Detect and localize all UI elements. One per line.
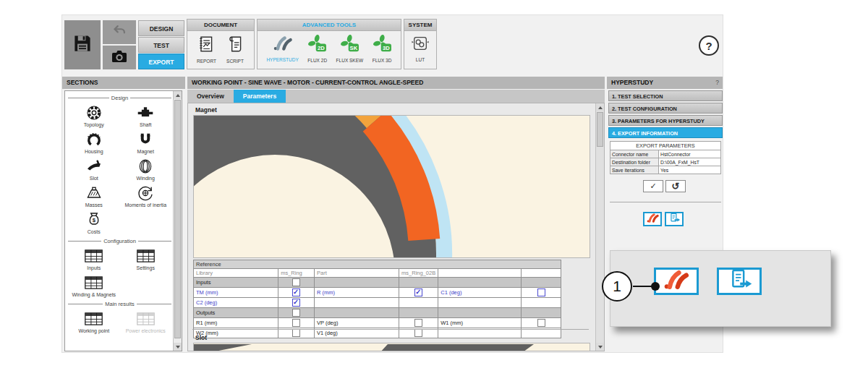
param-c1[interactable]: C1 (deg) — [438, 288, 522, 298]
help-question-glyph: ? — [705, 40, 712, 52]
export-connector-files-button[interactable] — [665, 212, 684, 226]
scroll-thumb[interactable] — [174, 100, 181, 338]
sidebar-item-costs[interactable]: $ Costs — [68, 211, 120, 234]
sidebar-item-inputs[interactable]: Inputs — [68, 247, 120, 270]
r1-checkbox[interactable] — [292, 319, 300, 327]
hyperstudy-help-icon[interactable]: ? — [715, 77, 719, 89]
reference-cell: Reference — [194, 260, 561, 269]
masses-label: Masses — [85, 202, 103, 208]
save-button[interactable] — [64, 20, 101, 69]
v1-checkbox[interactable] — [414, 329, 422, 337]
hyperstudy-logo-red-icon — [646, 213, 660, 226]
sidebar-item-slot[interactable]: Slot — [68, 158, 120, 181]
callout-connector-dot — [651, 282, 660, 291]
main-scroll-thumb[interactable] — [597, 112, 603, 147]
script-button[interactable]: SCRIPT — [226, 35, 244, 64]
group-main-results-separator: Main results — [68, 299, 171, 309]
report-button[interactable]: REPORT — [197, 35, 216, 64]
sidebar-item-topology[interactable]: Topology — [68, 104, 120, 127]
tm-checkbox[interactable] — [292, 289, 300, 296]
outputs-group-checkbox[interactable] — [292, 309, 300, 317]
parameters-table: Reference Library ms_Ring Part ms_Ring_0… — [193, 260, 561, 338]
step-test-selection[interactable]: 1. TEST SELECTION — [608, 90, 723, 101]
sidebar-item-magnet[interactable]: Magnet — [120, 131, 172, 154]
sections-scrollbar[interactable] — [173, 91, 182, 351]
power-electronics-label: Power electronics — [126, 328, 166, 333]
sidebar-item-shaft[interactable]: Shaft — [120, 104, 172, 127]
fluxskew-button[interactable]: SK FLUX SKEW — [336, 35, 364, 63]
r-checkbox[interactable] — [414, 289, 422, 296]
param-vp[interactable]: VP (deg) — [314, 318, 399, 328]
svg-text:3D: 3D — [383, 45, 390, 51]
param-tm[interactable]: TM (mm) — [194, 288, 278, 298]
report-icon — [197, 35, 216, 56]
step-export-information[interactable]: 4. EXPORT INFORMATION — [608, 127, 723, 138]
flux3d-button[interactable]: 3D FLUX 3D — [373, 35, 392, 63]
slot-label: Slot — [90, 176, 98, 181]
main-tab-bar: Overview Parameters — [187, 90, 605, 103]
w1-checkbox[interactable] — [537, 319, 545, 327]
callout-number-badge: 1 — [602, 271, 632, 302]
tab-overview[interactable]: Overview — [187, 90, 234, 103]
sidebar-item-masses[interactable]: Masses — [68, 184, 120, 208]
param-w1[interactable]: W1 (mm) — [438, 318, 522, 328]
screenshot-stage: DESIGN TEST EXPORT DOCUMENT REPORT SCRIP… — [0, 0, 868, 376]
lut-icon — [411, 35, 430, 55]
slot-icon — [85, 158, 103, 175]
c2-checkbox[interactable] — [292, 299, 300, 307]
scroll-down-icon[interactable] — [174, 343, 182, 351]
main-scrollbar[interactable] — [595, 103, 604, 351]
sidebar-item-settings[interactable]: Settings — [120, 247, 172, 270]
vp-checkbox[interactable] — [414, 319, 422, 327]
camera-button[interactable] — [103, 46, 136, 69]
tab-design[interactable]: DESIGN — [138, 20, 184, 36]
param-r1[interactable]: R1 (mm) — [194, 318, 278, 328]
sidebar-item-working-point[interactable]: Working point — [68, 310, 120, 333]
save-iterations-value[interactable]: Yes — [659, 166, 721, 174]
shaft-label: Shaft — [140, 122, 151, 127]
step-test-configuration[interactable]: 2. TEST CONFIGURATION — [608, 103, 723, 114]
main-scroll-down-icon[interactable] — [596, 343, 604, 351]
library-part-cell: Part — [314, 269, 399, 278]
sidebar-item-power-electronics: Power electronics — [120, 310, 172, 333]
w2-checkbox[interactable] — [292, 329, 300, 337]
mode-tabs: DESIGN TEST EXPORT — [138, 20, 184, 69]
sidebar-item-housing[interactable]: Housing — [68, 131, 120, 154]
flux2d-icon: 2D — [307, 35, 327, 56]
export-connector-files-button-zoomed[interactable] — [717, 268, 762, 295]
sidebar-item-winding[interactable]: Winding — [120, 158, 172, 181]
destination-folder-value[interactable]: D:\00A_FxM_HsT — [659, 158, 721, 166]
flux2d-button[interactable]: 2D FLUX 2D — [307, 35, 327, 63]
reset-button[interactable]: ↺ — [665, 180, 686, 192]
hyperstudy-button[interactable]: HYPERSTUDY — [266, 35, 298, 62]
tab-export[interactable]: EXPORT — [138, 54, 184, 69]
group-configuration-separator: Configuration — [68, 236, 171, 246]
help-button[interactable]: ? — [699, 35, 719, 56]
inputs-group-checkbox[interactable] — [292, 278, 300, 286]
export-to-hyperstudy-button-zoomed[interactable] — [654, 268, 699, 295]
scroll-up-icon[interactable] — [174, 91, 182, 99]
script-label: SCRIPT — [226, 59, 244, 64]
export-parameters-table: EXPORT PARAMETERS Connector name HstConn… — [610, 141, 721, 174]
group-configuration-label: Configuration — [103, 238, 136, 244]
validate-button[interactable]: ✓ — [643, 180, 663, 192]
param-c2[interactable]: C2 (deg) — [194, 298, 278, 308]
c1-checkbox[interactable] — [537, 289, 545, 296]
sidebar-item-moments-of-inertia[interactable]: Moments of inertia — [120, 184, 172, 208]
sidebar-item-winding-magnets[interactable]: Winding & Magnets — [68, 274, 120, 297]
sections-list: Design Topology Shaft Housing — [64, 90, 182, 351]
undo-button[interactable] — [103, 20, 136, 44]
export-to-hyperstudy-button[interactable] — [643, 212, 662, 226]
param-r[interactable]: R (mm) — [314, 288, 399, 298]
lut-button[interactable]: LUT — [411, 35, 430, 62]
main-title-bar: WORKING POINT - SINE WAVE - MOTOR - CURR… — [187, 77, 605, 89]
tab-test[interactable]: TEST — [138, 37, 184, 53]
main-scroll-up-icon[interactable] — [596, 103, 604, 111]
toolbar: DESIGN TEST EXPORT DOCUMENT REPORT SCRIP… — [62, 15, 723, 77]
tab-parameters[interactable]: Parameters — [234, 90, 286, 103]
step-parameters-for-hyperstudy[interactable]: 3. PARAMETERS FOR HYPERSTUDY — [608, 115, 723, 126]
connector-name-value[interactable]: HstConnector — [659, 150, 721, 158]
table-row-outputs: Outputs — [194, 308, 561, 318]
callout-number: 1 — [613, 278, 621, 295]
working-point-label: Working point — [78, 328, 109, 333]
